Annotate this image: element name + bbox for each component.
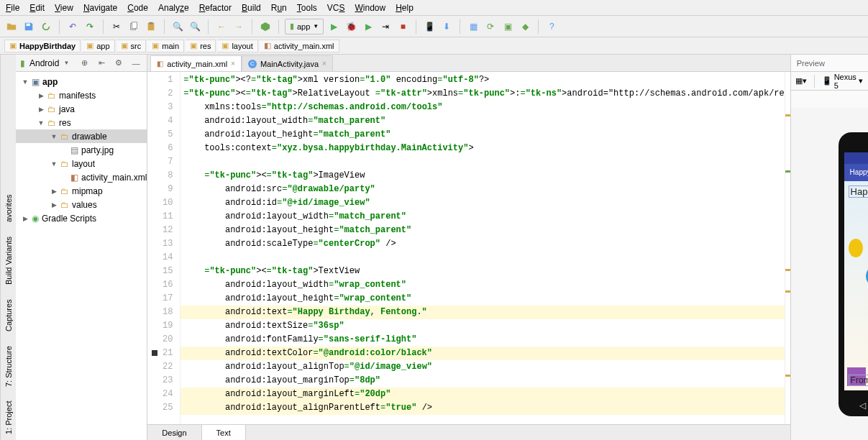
- tree-node-values[interactable]: ▶🗀values: [16, 198, 147, 211]
- breadcrumb[interactable]: ▣main: [147, 40, 184, 52]
- collapse-icon[interactable]: ⇤: [95, 57, 108, 70]
- code-area[interactable]: ="tk-punc"><?="tk-tag">xml version="1.0"…: [181, 72, 784, 424]
- make-button[interactable]: [258, 19, 273, 34]
- cut-button[interactable]: ✂: [109, 19, 124, 34]
- editor-body[interactable]: 1234567891011121314151617181920 21 22232…: [147, 72, 790, 424]
- preview-canvas[interactable]: ▲▮6:00 Happy Birthday: [791, 108, 868, 440]
- tree-node-layout[interactable]: ▼🗀layout: [16, 157, 147, 170]
- nav-breadcrumbs: ▣HappyBirthday ▣app ▣src ▣main ▣res ▣lay…: [0, 37, 868, 55]
- menu-bar: File Edit View Navigate Code Analyze Ref…: [0, 0, 868, 16]
- menu-navigate[interactable]: Navigate: [83, 3, 117, 13]
- stop-button[interactable]: ■: [396, 19, 410, 34]
- status-bar: ▲▮6:00: [844, 152, 868, 164]
- tab-structure[interactable]: 7: Structure: [4, 346, 13, 387]
- breadcrumb[interactable]: ▣app: [82, 40, 114, 52]
- tab-design[interactable]: Design: [147, 425, 201, 440]
- editor-bottom-tabs: Design Text: [147, 424, 790, 440]
- editor-panel: ◧ activity_main.xml × C MainActivity.jav…: [147, 55, 790, 440]
- save-button[interactable]: [22, 19, 36, 34]
- run-config-combo[interactable]: ▮ app ▼: [285, 19, 324, 35]
- tree-node-mipmap[interactable]: ▶🗀mipmap: [16, 184, 147, 198]
- android-icon: ▮: [20, 58, 25, 68]
- breadcrumb[interactable]: ▣src: [117, 40, 147, 52]
- preview-textview-bottom[interactable]: From Linda: [849, 375, 868, 386]
- layout-inspector-button[interactable]: ▣: [501, 19, 515, 34]
- debug-button[interactable]: 🐞: [344, 19, 358, 34]
- gutter[interactable]: 1234567891011121314151617181920 21 22232…: [147, 72, 181, 424]
- tab-build-variants[interactable]: Build Variants: [4, 237, 13, 285]
- app-bar: Happy Birthday: [844, 164, 868, 181]
- menu-vcs[interactable]: VCS: [327, 3, 345, 13]
- hide-icon[interactable]: —: [129, 57, 142, 70]
- image-file-icon: ▤: [70, 145, 78, 155]
- folder-icon: 🗀: [60, 159, 69, 169]
- folder-icon: ▣: [9, 41, 17, 50]
- open-button[interactable]: [4, 19, 19, 34]
- folder-icon: ▣: [121, 41, 128, 50]
- menu-build[interactable]: Build: [242, 3, 261, 13]
- find-button[interactable]: 🔍: [170, 19, 185, 34]
- breadcrumb[interactable]: ▣res: [186, 40, 216, 52]
- menu-code[interactable]: Code: [127, 3, 148, 13]
- tab-text[interactable]: Text: [202, 425, 246, 440]
- tree-node-activity-main[interactable]: ◧activity_main.xml: [16, 170, 147, 184]
- tree-node-app[interactable]: ▼▣app: [16, 75, 147, 88]
- menu-tools[interactable]: Tools: [297, 3, 317, 13]
- tree-node-gradle[interactable]: ▶◉Gradle Scripts: [16, 211, 147, 225]
- forward-button[interactable]: →: [232, 19, 246, 34]
- folder-icon: 🗀: [60, 186, 69, 196]
- error-stripe[interactable]: [785, 72, 790, 424]
- project-tree[interactable]: ▼▣app ▶🗀manifests ▶🗀java ▼🗀res ▼🗀drawabl…: [16, 72, 147, 228]
- redo-button[interactable]: ↷: [83, 19, 97, 34]
- breadcrumb[interactable]: ▣HappyBirthday: [4, 40, 81, 52]
- tree-node-res[interactable]: ▼🗀res: [16, 116, 147, 129]
- autoscroll-icon[interactable]: ⊕: [78, 57, 91, 70]
- project-structure-button[interactable]: ▦: [466, 19, 480, 34]
- sync-button[interactable]: [39, 19, 53, 34]
- preview-title: Preview: [791, 55, 868, 72]
- device-combo[interactable]: 📱 Nexus 5▾: [822, 73, 864, 90]
- run-button[interactable]: ▶: [326, 19, 341, 34]
- folder-icon: ▣: [152, 41, 159, 50]
- undo-button[interactable]: ↶: [65, 19, 80, 34]
- menu-refactor[interactable]: Refactor: [199, 3, 232, 13]
- render-config-button[interactable]: ▦▾: [795, 76, 807, 86]
- copy-button[interactable]: [127, 19, 141, 34]
- avd-button[interactable]: 📱: [422, 19, 437, 34]
- menu-help[interactable]: Help: [396, 3, 414, 13]
- attach-debugger-button[interactable]: ⇥: [378, 19, 393, 34]
- menu-view[interactable]: View: [55, 3, 73, 13]
- breadcrumb[interactable]: ▣layout: [217, 40, 257, 52]
- editor-tab-main-activity[interactable]: C MainActivity.java ×: [242, 55, 333, 71]
- tab-captures[interactable]: Captures: [4, 299, 13, 331]
- menu-edit[interactable]: Edit: [29, 3, 45, 13]
- editor-tab-activity-main[interactable]: ◧ activity_main.xml ×: [150, 55, 242, 71]
- menu-analyze[interactable]: Analyze: [158, 3, 189, 13]
- menu-run[interactable]: Run: [271, 3, 287, 13]
- tree-node-drawable[interactable]: ▼🗀drawable: [16, 129, 147, 143]
- back-button[interactable]: ←: [214, 19, 229, 34]
- menu-file[interactable]: File: [6, 3, 19, 13]
- tab-favorites[interactable]: avorites: [4, 194, 13, 222]
- breadcrumb[interactable]: ◧activity_main.xml: [260, 40, 339, 52]
- breakpoint-icon[interactable]: [152, 350, 157, 356]
- project-view-mode[interactable]: Android: [29, 58, 59, 68]
- paste-button[interactable]: [144, 19, 158, 34]
- preview-textview-top[interactable]: Happy Birthday, Fentong.: [849, 185, 868, 198]
- tab-project[interactable]: 1: Project: [4, 401, 13, 434]
- sdk-button[interactable]: ⬇: [439, 19, 454, 34]
- help-button[interactable]: ?: [544, 19, 559, 34]
- android-icon-button[interactable]: ◆: [518, 19, 532, 34]
- close-icon[interactable]: ×: [231, 60, 235, 68]
- tree-node-manifests[interactable]: ▶🗀manifests: [16, 88, 147, 102]
- run-coverage-button[interactable]: ▶: [361, 19, 375, 34]
- xml-icon: ◧: [264, 41, 271, 50]
- sync-gradle-button[interactable]: ⟳: [483, 19, 498, 34]
- svg-rect-2: [132, 22, 137, 28]
- replace-button[interactable]: 🔍: [188, 19, 202, 34]
- close-icon[interactable]: ×: [322, 60, 326, 68]
- tree-node-java[interactable]: ▶🗀java: [16, 102, 147, 116]
- settings-icon[interactable]: ⚙: [112, 57, 125, 70]
- menu-window[interactable]: Window: [355, 3, 385, 13]
- tree-node-party[interactable]: ▤party.jpg: [16, 143, 147, 157]
